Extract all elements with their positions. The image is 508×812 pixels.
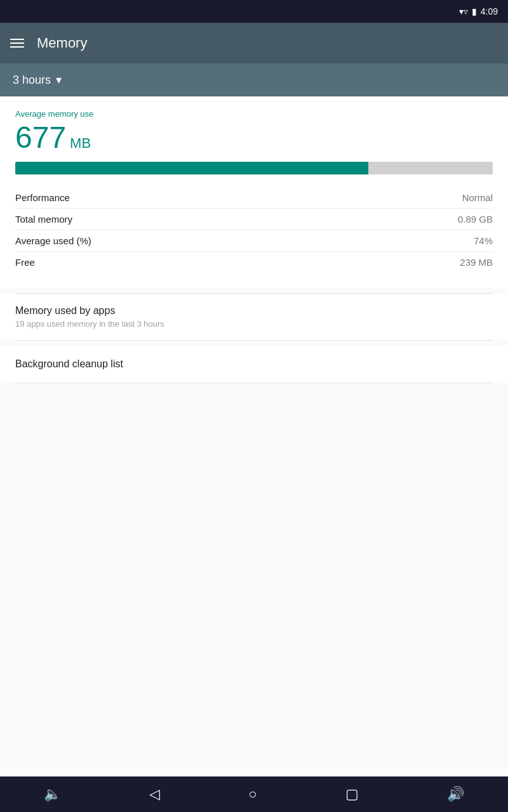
status-time: 4:09: [481, 6, 498, 16]
memory-apps-title: Memory used by apps: [15, 305, 493, 317]
stat-value: 74%: [474, 235, 493, 246]
stat-row: Total memory0.89 GB: [15, 209, 493, 230]
stat-label: Performance: [15, 192, 70, 203]
memory-unit: MB: [70, 135, 91, 152]
stat-value: 239 MB: [460, 257, 493, 268]
menu-icon[interactable]: [10, 39, 24, 48]
memory-used-by-apps-item[interactable]: Memory used by apps 19 apps used memory …: [0, 294, 508, 340]
stat-label: Total memory: [15, 214, 72, 225]
stat-label: Free: [15, 257, 35, 268]
wifi-icon: ▾▿: [459, 6, 468, 16]
background-cleanup-label: Background cleanup list: [15, 358, 493, 370]
status-icons: ▾▿ ▮ 4:09: [459, 6, 498, 16]
memory-card: Average memory use 677 MB PerformanceNor…: [0, 96, 508, 288]
stat-row: Average used (%)74%: [15, 230, 493, 252]
avg-memory-label: Average memory use: [15, 109, 493, 119]
memory-apps-subtitle: 19 apps used memory in the last 3 hours: [15, 319, 493, 329]
memory-progress-fill: [15, 162, 368, 174]
nav-home[interactable]: ○: [236, 781, 269, 808]
background-cleanup-item[interactable]: Background cleanup list: [0, 346, 508, 383]
time-selector-text: 3 hours: [13, 74, 51, 87]
stat-value: Normal: [462, 192, 493, 203]
nav-recents[interactable]: ▢: [333, 781, 371, 808]
divider-3: [15, 383, 493, 383]
nav-back[interactable]: ◁: [137, 781, 173, 808]
memory-number: 677: [15, 122, 66, 153]
memory-progress-bar: [15, 162, 493, 174]
sub-toolbar: 3 hours ▾: [0, 63, 508, 96]
battery-icon: ▮: [472, 6, 477, 16]
dropdown-arrow-icon: ▾: [56, 73, 62, 87]
stat-value: 0.89 GB: [458, 214, 493, 225]
time-selector[interactable]: 3 hours ▾: [13, 73, 62, 87]
nav-volume-up[interactable]: 🔊: [434, 781, 477, 808]
divider-2: [15, 340, 493, 341]
toolbar-title: Memory: [37, 35, 87, 51]
toolbar: Memory: [0, 23, 508, 63]
stat-row: Free239 MB: [15, 252, 493, 273]
stat-row: PerformanceNormal: [15, 187, 493, 209]
stat-label: Average used (%): [15, 235, 91, 246]
status-bar: ▾▿ ▮ 4:09: [0, 0, 508, 23]
stats-table: PerformanceNormalTotal memory0.89 GBAver…: [15, 187, 493, 273]
bottom-nav: 🔈 ◁ ○ ▢ 🔊: [0, 776, 508, 812]
nav-volume-down[interactable]: 🔈: [31, 781, 74, 808]
main-content: Average memory use 677 MB PerformanceNor…: [0, 96, 508, 776]
memory-value-row: 677 MB: [15, 122, 493, 153]
